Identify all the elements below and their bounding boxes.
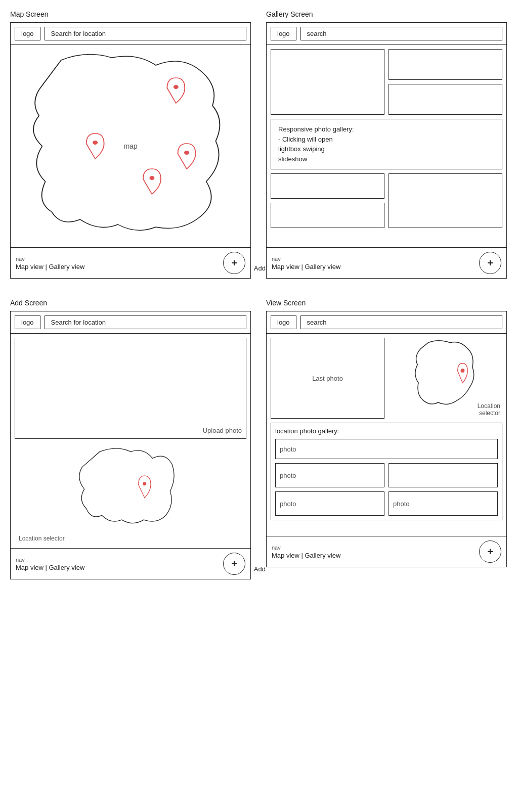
- view-body: Last photo Location selector location ph…: [267, 334, 506, 536]
- map-header: logo Search for location: [11, 23, 250, 45]
- add-screen-frame: logo Search for location Upload photo Lo…: [10, 311, 251, 579]
- view-screen-frame: logo search Last photo Loc: [266, 311, 507, 567]
- svg-point-5: [461, 369, 465, 373]
- svg-point-3: [149, 176, 154, 180]
- add-logo: logo: [15, 315, 40, 329]
- map-search[interactable]: Search for location: [45, 27, 246, 40]
- gallery-bottom-right-image[interactable]: [389, 173, 502, 228]
- photo-row-grid-1: photo: [275, 463, 498, 487]
- gallery-small-image-2[interactable]: [389, 84, 502, 115]
- gallery-add-button[interactable]: +: [479, 252, 501, 274]
- photo-label-4: photo: [393, 500, 410, 508]
- map-logo: logo: [15, 27, 40, 40]
- screens-grid: Map Screen logo Search for location map: [10, 10, 507, 579]
- view-location-label: Location selector: [478, 402, 500, 417]
- gallery-search[interactable]: search: [300, 27, 502, 40]
- photo-cell-4[interactable]: photo: [389, 491, 498, 516]
- map-nav-left: nav Map view | Gallery view: [16, 256, 84, 270]
- gallery-body: Responsive photo gallery: - Clicking wil…: [267, 45, 506, 247]
- add-location-selector: Location selector: [15, 443, 246, 544]
- map-body: map: [11, 45, 250, 247]
- add-location-selector-label: Location selector: [19, 535, 65, 542]
- map-add-button[interactable]: +: [223, 252, 245, 274]
- view-add-button[interactable]: +: [479, 540, 501, 563]
- gallery-right-col: [389, 49, 502, 115]
- add-nav: nav Map view | Gallery view + Add: [11, 548, 250, 579]
- photo-label-2: photo: [280, 472, 296, 479]
- svg-point-4: [143, 482, 146, 485]
- add-body: Upload photo Location selector: [11, 334, 250, 548]
- view-header: logo search: [267, 311, 506, 334]
- location-photo-gallery: location photo gallery: photo photo phot…: [271, 423, 502, 520]
- last-photo-box[interactable]: Last photo: [271, 338, 384, 419]
- view-top-row: Last photo Location selector: [271, 338, 502, 419]
- view-nav-label: nav: [272, 545, 340, 551]
- svg-point-1: [93, 141, 98, 145]
- view-nav-left: nav Map view | Gallery view: [272, 545, 340, 559]
- add-nav-links[interactable]: Map view | Gallery view: [16, 564, 84, 571]
- add-map-svg: [15, 443, 246, 544]
- gallery-bottom-image-2[interactable]: [271, 203, 384, 228]
- view-screen-wrapper: View Screen logo search Last photo: [266, 299, 507, 579]
- view-screen-label: View Screen: [266, 299, 507, 307]
- view-nav-links[interactable]: Map view | Gallery view: [272, 552, 340, 559]
- gallery-logo: logo: [271, 27, 296, 40]
- gallery-small-image-1[interactable]: [389, 49, 502, 80]
- gallery-header-label: location photo gallery:: [275, 427, 498, 435]
- gallery-note-text: Responsive photo gallery: - Clicking wil…: [278, 125, 354, 163]
- map-nav-label: nav: [16, 256, 84, 262]
- map-nav-links[interactable]: Map view | Gallery view: [16, 263, 84, 270]
- add-screen-wrapper: Add Screen logo Search for location Uplo…: [10, 299, 251, 579]
- last-photo-label: Last photo: [312, 375, 343, 382]
- add-screen-label: Add Screen: [10, 299, 251, 307]
- map-add-label: Add: [254, 264, 266, 272]
- add-header: logo Search for location: [11, 311, 250, 334]
- upload-label: Upload photo: [203, 427, 242, 434]
- svg-point-0: [174, 85, 179, 89]
- map-screen-frame: logo Search for location map: [10, 22, 251, 279]
- add-nav-left: nav Map view | Gallery view: [16, 557, 84, 571]
- view-search[interactable]: search: [300, 315, 502, 329]
- view-logo: logo: [271, 315, 296, 329]
- gallery-top-row: [271, 49, 502, 115]
- map-nav: nav Map view | Gallery view + Add: [11, 247, 250, 278]
- gallery-bottom-image-1[interactable]: [271, 173, 384, 199]
- gallery-screen-label: Gallery Screen: [266, 10, 507, 18]
- add-add-button[interactable]: +: [223, 553, 245, 575]
- gallery-header: logo search: [267, 23, 506, 45]
- gallery-screen-frame: logo search Responsive photo gallery: - …: [266, 22, 507, 279]
- map-screen-label: Map Screen: [10, 10, 251, 18]
- photo-cell-1[interactable]: photo: [275, 463, 384, 487]
- map-center-label: map: [123, 142, 137, 150]
- gallery-nav-links[interactable]: Map view | Gallery view: [272, 263, 340, 270]
- svg-point-2: [184, 151, 189, 155]
- photo-row-full[interactable]: photo: [275, 439, 498, 459]
- gallery-screen-wrapper: Gallery Screen logo search Responsive ph…: [266, 10, 507, 279]
- view-location-selector: Location selector: [389, 338, 502, 419]
- gallery-nav-left: nav Map view | Gallery view: [272, 256, 340, 270]
- photo-cell-2[interactable]: [389, 463, 498, 487]
- photo-row-grid-2: photo photo: [275, 491, 498, 516]
- photo-label-3: photo: [280, 500, 296, 508]
- add-add-label: Add: [254, 565, 266, 573]
- view-nav: nav Map view | Gallery view +: [267, 536, 506, 567]
- gallery-nav-label: nav: [272, 256, 340, 262]
- photo-label-1: photo: [280, 445, 296, 453]
- gallery-bottom-left: [271, 173, 384, 228]
- gallery-bottom-row: [271, 173, 502, 228]
- gallery-note: Responsive photo gallery: - Clicking wil…: [271, 119, 502, 169]
- photo-cell-3[interactable]: photo: [275, 491, 384, 516]
- gallery-nav: nav Map view | Gallery view +: [267, 247, 506, 278]
- gallery-big-image[interactable]: [271, 49, 384, 115]
- upload-photo-box[interactable]: Upload photo: [15, 338, 246, 439]
- add-nav-label: nav: [16, 557, 84, 563]
- add-search[interactable]: Search for location: [45, 315, 246, 329]
- map-screen-wrapper: Map Screen logo Search for location map: [10, 10, 251, 279]
